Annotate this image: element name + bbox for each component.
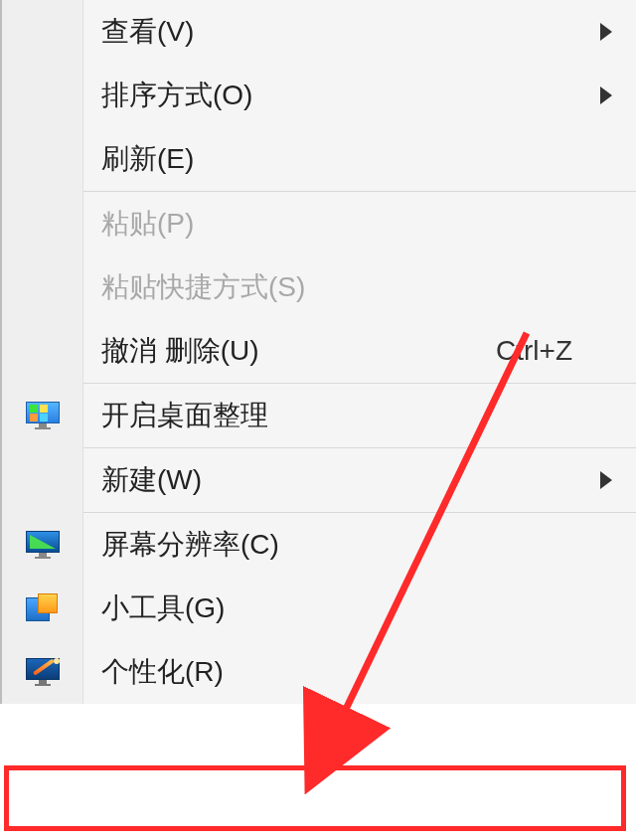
menu-item-label: 新建(W): [83, 461, 636, 499]
menu-item-desktop-organize[interactable]: 开启桌面整理: [2, 384, 636, 447]
svg-marker-2: [600, 471, 612, 489]
menu-item-label: 粘贴快捷方式(S): [83, 268, 636, 306]
icon-slot-empty: [2, 192, 83, 255]
personalize-icon: [2, 640, 83, 704]
submenu-arrow-icon: [600, 16, 614, 48]
desktop-context-menu: 查看(V) 排序方式(O) 刷新(E) 粘贴(P) 粘贴快捷方式(S) 撤消 删…: [0, 0, 636, 704]
menu-item-label: 小工具(G): [83, 589, 636, 627]
menu-item-gadgets[interactable]: 小工具(G): [2, 577, 636, 640]
menu-item-label: 个性化(R): [83, 653, 636, 691]
icon-slot-empty: [2, 127, 83, 191]
icon-slot-empty: [2, 0, 83, 64]
menu-item-label: 开启桌面整理: [83, 397, 636, 434]
menu-item-paste: 粘贴(P): [2, 192, 636, 255]
menu-item-new[interactable]: 新建(W): [2, 448, 636, 512]
menu-item-label: 排序方式(O): [83, 77, 636, 114]
icon-slot-empty: [2, 448, 83, 512]
menu-item-label: 撤消 删除(U): [83, 332, 496, 370]
gadgets-icon: [2, 577, 83, 640]
monitor-tiles-icon: [2, 384, 83, 447]
annotation-highlight-box: [4, 765, 626, 831]
menu-item-label: 粘贴(P): [83, 205, 636, 243]
svg-marker-1: [600, 86, 612, 104]
submenu-arrow-icon: [600, 464, 614, 496]
menu-item-label: 查看(V): [83, 13, 636, 51]
menu-item-personalize[interactable]: 个性化(R): [2, 640, 636, 704]
submenu-arrow-icon: [600, 80, 614, 111]
menu-item-sort[interactable]: 排序方式(O): [2, 64, 636, 127]
svg-marker-0: [600, 23, 612, 41]
menu-item-refresh[interactable]: 刷新(E): [2, 127, 636, 191]
menu-item-shortcut: Ctrl+Z: [496, 335, 636, 367]
icon-slot-empty: [2, 319, 83, 383]
icon-slot-empty: [2, 255, 83, 319]
icon-slot-empty: [2, 64, 83, 127]
menu-item-screen-resolution[interactable]: 屏幕分辨率(C): [2, 513, 636, 577]
monitor-resolution-icon: [2, 513, 83, 577]
menu-item-paste-shortcut: 粘贴快捷方式(S): [2, 255, 636, 319]
menu-item-view[interactable]: 查看(V): [2, 0, 636, 64]
menu-item-label: 屏幕分辨率(C): [83, 526, 636, 564]
menu-item-undo-delete[interactable]: 撤消 删除(U) Ctrl+Z: [2, 319, 636, 383]
menu-item-label: 刷新(E): [83, 140, 636, 178]
